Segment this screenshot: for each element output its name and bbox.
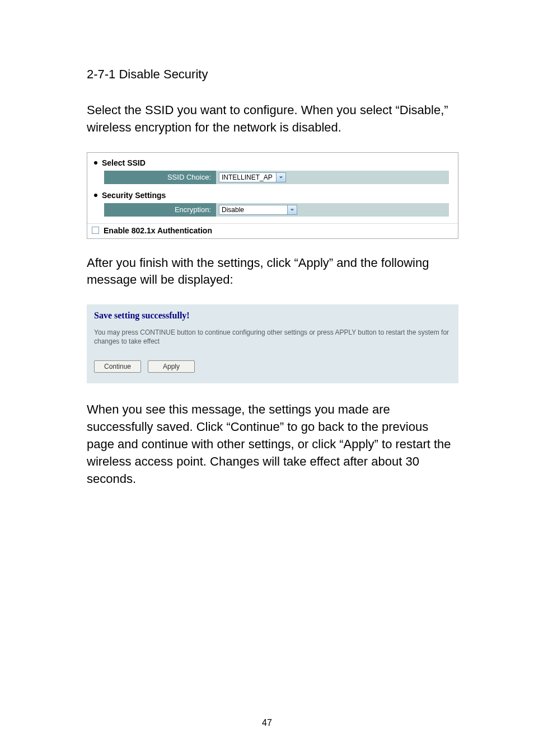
ssid-choice-label: SSID Choice: [104, 171, 216, 184]
page-number: 47 [0, 718, 534, 728]
save-button-row: Continue Apply [94, 360, 451, 373]
continue-button[interactable]: Continue [94, 360, 141, 373]
encryption-row: Encryption: Disable [104, 203, 449, 217]
save-body: You may press CONTINUE button to continu… [94, 328, 451, 346]
save-setting-panel: Save setting successfully! You may press… [87, 304, 458, 383]
after-paragraph: After you finish with the settings, clic… [87, 255, 458, 289]
encryption-value: Disable [222, 206, 244, 214]
ssid-choice-value-cell: INTELLINET_AP [216, 171, 449, 184]
ssid-choice-value: INTELLINET_AP [222, 173, 273, 181]
enable-8021x-checkbox[interactable] [92, 227, 99, 234]
save-title: Save setting successfully! [94, 311, 451, 321]
select-ssid-heading: Select SSID [92, 156, 453, 168]
chevron-down-icon [287, 205, 297, 214]
section-title: 2-7-1 Disable Security [87, 67, 458, 82]
ssid-choice-select[interactable]: INTELLINET_AP [219, 172, 286, 182]
ssid-security-panel: Select SSID SSID Choice: INTELLINET_AP S… [87, 152, 458, 239]
security-settings-heading: Security Settings [92, 189, 453, 201]
ssid-choice-row: SSID Choice: INTELLINET_AP [104, 171, 449, 184]
apply-button[interactable]: Apply [148, 360, 195, 373]
select-ssid-label: Select SSID [102, 158, 146, 167]
security-settings-label: Security Settings [102, 191, 166, 200]
encryption-select[interactable]: Disable [219, 205, 297, 215]
enable-8021x-label: Enable 802.1x Authentication [104, 226, 212, 235]
final-paragraph: When you see this message, the settings … [87, 401, 458, 487]
bullet-icon [94, 161, 97, 165]
encryption-label: Encryption: [104, 203, 216, 217]
intro-paragraph: Select the SSID you want to configure. W… [87, 102, 458, 137]
enable-8021x-row: Enable 802.1x Authentication [87, 223, 458, 238]
encryption-value-cell: Disable [216, 203, 449, 217]
bullet-icon [94, 194, 97, 197]
chevron-down-icon [276, 173, 285, 182]
